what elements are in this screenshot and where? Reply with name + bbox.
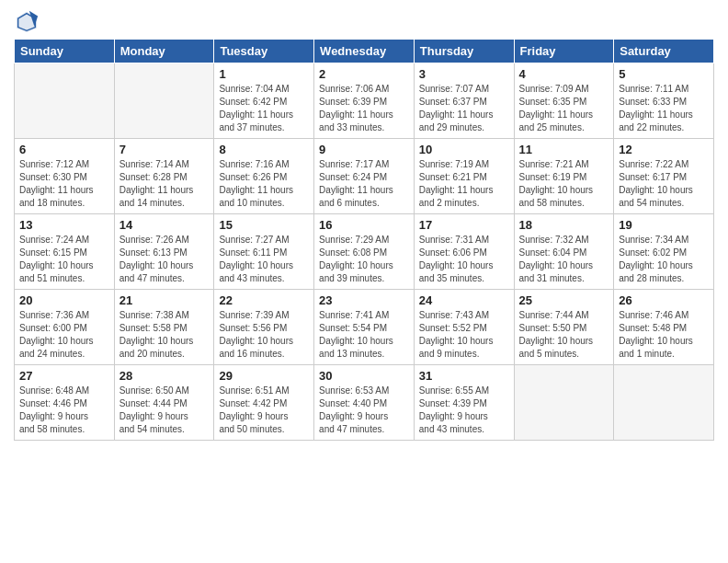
calendar-cell: 15Sunrise: 7:27 AM Sunset: 6:11 PM Dayli…: [214, 214, 314, 290]
calendar-cell: 9Sunrise: 7:17 AM Sunset: 6:24 PM Daylig…: [314, 139, 415, 214]
day-number: 11: [519, 143, 609, 156]
calendar-cell: 3Sunrise: 7:07 AM Sunset: 6:37 PM Daylig…: [414, 63, 514, 139]
calendar-cell: 8Sunrise: 7:16 AM Sunset: 6:26 PM Daylig…: [214, 139, 314, 214]
day-info: Sunrise: 7:24 AM Sunset: 6:15 PM Dayligh…: [19, 234, 109, 285]
day-info: Sunrise: 6:50 AM Sunset: 4:44 PM Dayligh…: [119, 385, 210, 436]
day-number: 10: [419, 143, 509, 156]
day-info: Sunrise: 7:17 AM Sunset: 6:24 PM Dayligh…: [319, 158, 409, 210]
day-number: 5: [619, 67, 709, 81]
day-info: Sunrise: 7:36 AM Sunset: 6:00 PM Dayligh…: [19, 309, 109, 361]
calendar-cell: 17Sunrise: 7:31 AM Sunset: 6:06 PM Dayli…: [414, 214, 514, 290]
day-info: Sunrise: 7:44 AM Sunset: 5:50 PM Dayligh…: [519, 309, 609, 361]
day-header-wednesday: Wednesday: [314, 40, 415, 63]
day-info: Sunrise: 6:53 AM Sunset: 4:40 PM Dayligh…: [319, 385, 409, 436]
day-info: Sunrise: 7:09 AM Sunset: 6:35 PM Dayligh…: [519, 83, 609, 134]
page-header: [14, 9, 714, 35]
day-info: Sunrise: 7:43 AM Sunset: 5:52 PM Dayligh…: [419, 309, 509, 361]
calendar-cell: [614, 365, 714, 441]
day-info: Sunrise: 6:51 AM Sunset: 4:42 PM Dayligh…: [219, 385, 309, 436]
day-header-friday: Friday: [514, 40, 614, 63]
day-number: 23: [319, 293, 409, 307]
calendar-cell: 29Sunrise: 6:51 AM Sunset: 4:42 PM Dayli…: [214, 365, 314, 441]
calendar-cell: 18Sunrise: 7:32 AM Sunset: 6:04 PM Dayli…: [514, 214, 614, 290]
day-number: 2: [319, 67, 409, 81]
day-number: 26: [619, 293, 709, 307]
calendar-cell: 20Sunrise: 7:36 AM Sunset: 6:00 PM Dayli…: [15, 290, 115, 365]
calendar-cell: 19Sunrise: 7:34 AM Sunset: 6:02 PM Dayli…: [614, 214, 714, 290]
day-number: 3: [419, 67, 509, 81]
day-info: Sunrise: 7:14 AM Sunset: 6:28 PM Dayligh…: [119, 158, 210, 210]
week-row-3: 20Sunrise: 7:36 AM Sunset: 6:00 PM Dayli…: [15, 290, 714, 365]
day-number: 14: [119, 218, 210, 232]
day-info: Sunrise: 7:22 AM Sunset: 6:17 PM Dayligh…: [619, 158, 709, 210]
day-number: 31: [419, 369, 509, 383]
day-info: Sunrise: 7:41 AM Sunset: 5:54 PM Dayligh…: [319, 309, 409, 361]
logo: [14, 9, 43, 35]
calendar-cell: 1Sunrise: 7:04 AM Sunset: 6:42 PM Daylig…: [214, 63, 314, 139]
day-info: Sunrise: 7:39 AM Sunset: 5:56 PM Dayligh…: [219, 309, 309, 361]
day-headers-row: SundayMondayTuesdayWednesdayThursdayFrid…: [15, 40, 714, 63]
day-info: Sunrise: 7:26 AM Sunset: 6:13 PM Dayligh…: [119, 234, 210, 285]
day-number: 9: [319, 143, 409, 156]
day-number: 25: [519, 293, 609, 307]
calendar-cell: 30Sunrise: 6:53 AM Sunset: 4:40 PM Dayli…: [314, 365, 415, 441]
day-info: Sunrise: 7:07 AM Sunset: 6:37 PM Dayligh…: [419, 83, 509, 134]
day-header-monday: Monday: [114, 40, 214, 63]
day-info: Sunrise: 7:11 AM Sunset: 6:33 PM Dayligh…: [619, 83, 709, 134]
calendar-cell: [15, 63, 115, 139]
day-number: 19: [619, 218, 709, 232]
day-info: Sunrise: 7:38 AM Sunset: 5:58 PM Dayligh…: [119, 309, 210, 361]
week-row-1: 6Sunrise: 7:12 AM Sunset: 6:30 PM Daylig…: [15, 139, 714, 214]
day-number: 8: [219, 143, 309, 156]
day-number: 13: [19, 218, 109, 232]
calendar-table: SundayMondayTuesdayWednesdayThursdayFrid…: [14, 39, 714, 441]
day-header-sunday: Sunday: [15, 40, 115, 63]
calendar-cell: 22Sunrise: 7:39 AM Sunset: 5:56 PM Dayli…: [214, 290, 314, 365]
calendar-cell: 4Sunrise: 7:09 AM Sunset: 6:35 PM Daylig…: [514, 63, 614, 139]
day-number: 6: [19, 143, 109, 156]
day-number: 20: [19, 293, 109, 307]
day-number: 4: [519, 67, 609, 81]
day-info: Sunrise: 7:19 AM Sunset: 6:21 PM Dayligh…: [419, 158, 509, 210]
calendar-cell: 2Sunrise: 7:06 AM Sunset: 6:39 PM Daylig…: [314, 63, 415, 139]
day-header-tuesday: Tuesday: [214, 40, 314, 63]
week-row-4: 27Sunrise: 6:48 AM Sunset: 4:46 PM Dayli…: [15, 365, 714, 441]
week-row-0: 1Sunrise: 7:04 AM Sunset: 6:42 PM Daylig…: [15, 63, 714, 139]
calendar-cell: 12Sunrise: 7:22 AM Sunset: 6:17 PM Dayli…: [614, 139, 714, 214]
calendar-cell: [114, 63, 214, 139]
day-number: 28: [119, 369, 210, 383]
calendar-cell: 26Sunrise: 7:46 AM Sunset: 5:48 PM Dayli…: [614, 290, 714, 365]
day-info: Sunrise: 7:04 AM Sunset: 6:42 PM Dayligh…: [219, 83, 309, 134]
day-number: 17: [419, 218, 509, 232]
day-number: 15: [219, 218, 309, 232]
calendar-cell: 16Sunrise: 7:29 AM Sunset: 6:08 PM Dayli…: [314, 214, 415, 290]
day-info: Sunrise: 7:16 AM Sunset: 6:26 PM Dayligh…: [219, 158, 309, 210]
day-number: 29: [219, 369, 309, 383]
calendar-cell: 24Sunrise: 7:43 AM Sunset: 5:52 PM Dayli…: [414, 290, 514, 365]
day-header-saturday: Saturday: [614, 40, 714, 63]
day-info: Sunrise: 7:32 AM Sunset: 6:04 PM Dayligh…: [519, 234, 609, 285]
calendar-cell: 10Sunrise: 7:19 AM Sunset: 6:21 PM Dayli…: [414, 139, 514, 214]
calendar-cell: 27Sunrise: 6:48 AM Sunset: 4:46 PM Dayli…: [15, 365, 115, 441]
day-number: 16: [319, 218, 409, 232]
calendar-cell: 13Sunrise: 7:24 AM Sunset: 6:15 PM Dayli…: [15, 214, 115, 290]
calendar-cell: 25Sunrise: 7:44 AM Sunset: 5:50 PM Dayli…: [514, 290, 614, 365]
calendar-cell: 21Sunrise: 7:38 AM Sunset: 5:58 PM Dayli…: [114, 290, 214, 365]
day-number: 1: [219, 67, 309, 81]
day-info: Sunrise: 7:34 AM Sunset: 6:02 PM Dayligh…: [619, 234, 709, 285]
day-info: Sunrise: 6:55 AM Sunset: 4:39 PM Dayligh…: [419, 385, 509, 436]
calendar-cell: 14Sunrise: 7:26 AM Sunset: 6:13 PM Dayli…: [114, 214, 214, 290]
day-header-thursday: Thursday: [414, 40, 514, 63]
day-number: 24: [419, 293, 509, 307]
day-number: 30: [319, 369, 409, 383]
day-info: Sunrise: 7:31 AM Sunset: 6:06 PM Dayligh…: [419, 234, 509, 285]
calendar-cell: 23Sunrise: 7:41 AM Sunset: 5:54 PM Dayli…: [314, 290, 415, 365]
calendar-cell: 5Sunrise: 7:11 AM Sunset: 6:33 PM Daylig…: [614, 63, 714, 139]
day-info: Sunrise: 7:06 AM Sunset: 6:39 PM Dayligh…: [319, 83, 409, 134]
day-number: 7: [119, 143, 210, 156]
day-info: Sunrise: 6:48 AM Sunset: 4:46 PM Dayligh…: [19, 385, 109, 436]
day-info: Sunrise: 7:46 AM Sunset: 5:48 PM Dayligh…: [619, 309, 709, 361]
day-info: Sunrise: 7:27 AM Sunset: 6:11 PM Dayligh…: [219, 234, 309, 285]
logo-icon: [14, 9, 40, 35]
calendar-cell: 6Sunrise: 7:12 AM Sunset: 6:30 PM Daylig…: [15, 139, 115, 214]
